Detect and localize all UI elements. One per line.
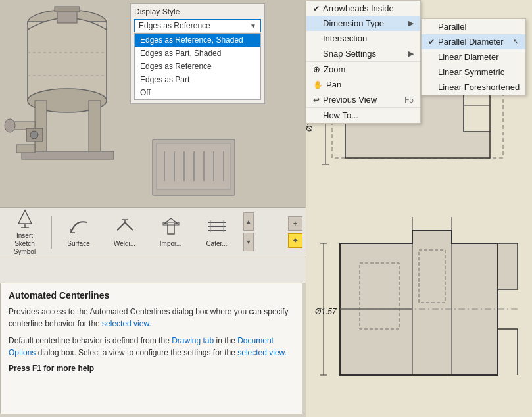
info-paragraph-1: Provides access to the Automated Centerl… bbox=[9, 306, 294, 330]
submenu-label-parallel: Parallel bbox=[438, 22, 519, 32]
menu-label-snap-settings: Snap Settings bbox=[323, 49, 408, 59]
svg-marker-46 bbox=[164, 218, 178, 234]
svg-line-42 bbox=[117, 222, 125, 230]
zoom-icon: ⊕ bbox=[313, 64, 320, 74]
svg-text:Ø1.57: Ø1.57 bbox=[314, 307, 337, 316]
menu-label-how-to: How To... bbox=[323, 110, 414, 120]
dimension-type-submenu: ✔ Parallel ✔ Parallel Diameter ↖ ✔ Linea… bbox=[421, 18, 526, 95]
display-style-label: Display Style bbox=[134, 7, 261, 16]
toolbar-area: InsertSketch Symbol Surface bbox=[0, 207, 306, 283]
menu-item-how-to[interactable]: ✔ How To... bbox=[306, 107, 420, 123]
submenu-item-linear-symmetric[interactable]: ✔ Linear Symmetric bbox=[422, 64, 525, 80]
tech-drawing-bottom-svg: Ø1.57 bbox=[307, 210, 531, 414]
insert-sketch-icon bbox=[14, 209, 36, 230]
toolbar-scroll-controls: ▲ ▼ bbox=[243, 212, 254, 252]
submenu-item-linear-foreshortened[interactable]: ✔ Linear Foreshortened bbox=[422, 80, 525, 95]
menu-label-intersection: Intersection bbox=[323, 34, 414, 43]
scroll-up-button[interactable]: ▲ bbox=[243, 212, 254, 231]
cater-button[interactable]: Cater... bbox=[195, 212, 238, 252]
submenu-label-linear-diameter: Linear Diameter bbox=[438, 52, 519, 62]
info-paragraph-2: Default centerline behavior is defined f… bbox=[9, 335, 294, 358]
svg-rect-4 bbox=[55, 7, 80, 12]
menu-item-snap-settings[interactable]: ✔ Snap Settings ▶ bbox=[306, 46, 420, 61]
surface-label: Surface bbox=[67, 240, 89, 247]
display-style-dropdown[interactable]: Edges as Reference ▼ bbox=[134, 19, 261, 32]
primary-context-menu: ✔ Arrowheads Inside ✔ Dimension Type ▶ ✔… bbox=[306, 0, 421, 124]
tech-drawing-bottom: Ø1.57 bbox=[306, 207, 532, 417]
dropdown-item-4[interactable]: Off bbox=[135, 86, 260, 99]
menu-label-zoom: Zoom bbox=[324, 64, 414, 74]
menu-label-previous-view: Previous View bbox=[323, 95, 391, 105]
svg-rect-12 bbox=[16, 145, 35, 153]
menu-item-dimension-type[interactable]: ✔ Dimension Type ▶ bbox=[306, 16, 420, 31]
scroll-down-button[interactable]: ▼ bbox=[243, 233, 254, 251]
menu-label-arrowheads: Arrowheads Inside bbox=[323, 3, 414, 13]
svg-marker-37 bbox=[18, 210, 32, 224]
magic-button[interactable]: ✦ bbox=[288, 233, 302, 248]
previous-view-shortcut: F5 bbox=[404, 95, 414, 105]
surface-button[interactable]: Surface bbox=[57, 212, 100, 252]
svg-rect-7 bbox=[22, 151, 114, 159]
menu-label-dimension-type: Dimension Type bbox=[323, 18, 408, 28]
welding-icon bbox=[114, 217, 135, 238]
menu-item-arrowheads[interactable]: ✔ Arrowheads Inside bbox=[306, 1, 420, 16]
menu-overlay: ✔ Arrowheads Inside ✔ Dimension Type ▶ ✔… bbox=[306, 0, 532, 145]
svg-point-9 bbox=[5, 119, 15, 132]
insert-sketch-label: InsertSketch Symbol bbox=[3, 232, 46, 256]
submenu-item-parallel-diameter[interactable]: ✔ Parallel Diameter ↖ bbox=[422, 34, 525, 49]
cater-label: Cater... bbox=[206, 240, 227, 247]
import-button[interactable]: Impor... bbox=[149, 212, 192, 252]
menu-item-previous-view[interactable]: ↩ Previous View F5 bbox=[306, 92, 420, 107]
toolbar-right-buttons: + ✦ bbox=[288, 216, 302, 248]
welding-label: Weldi... bbox=[114, 240, 135, 247]
menu-item-pan[interactable]: ✋ Pan bbox=[306, 77, 420, 92]
svg-rect-5 bbox=[35, 101, 47, 153]
check-icon-parallel-diameter: ✔ bbox=[428, 37, 435, 47]
prev-view-icon: ↩ bbox=[313, 95, 320, 105]
toolbar-separator-1 bbox=[51, 216, 52, 249]
surface-icon bbox=[68, 217, 89, 238]
info-panel: Automated Centerlines Provides access to… bbox=[0, 283, 302, 414]
submenu-label-linear-foreshortened: Linear Foreshortened bbox=[438, 82, 520, 92]
submenu-label-parallel-diameter: Parallel Diameter bbox=[438, 37, 513, 47]
insert-sketch-symbol-button[interactable]: InsertSketch Symbol bbox=[3, 212, 46, 252]
menu-item-zoom[interactable]: ⊕ Zoom bbox=[306, 61, 420, 77]
submenu-arrow-icon: ▶ bbox=[408, 19, 414, 28]
display-style-panel: Display Style Edges as Reference ▼ Edges… bbox=[130, 3, 265, 104]
dropdown-selected-value: Edges as Reference bbox=[139, 21, 210, 30]
dropdown-list: Edges as Reference, Shaded Edges as Part… bbox=[134, 33, 261, 100]
import-label: Impor... bbox=[160, 240, 181, 247]
dropdown-arrow-icon: ▼ bbox=[250, 22, 256, 30]
submenu-item-parallel[interactable]: ✔ Parallel bbox=[422, 19, 525, 34]
menu-label-pan: Pan bbox=[326, 80, 414, 89]
submenu-item-linear-diameter[interactable]: ✔ Linear Diameter bbox=[422, 49, 525, 64]
toolbar-row: InsertSketch Symbol Surface bbox=[0, 208, 306, 257]
submenu-label-linear-symmetric: Linear Symmetric bbox=[438, 67, 519, 77]
left-cad-panel: Display Style Edges as Reference ▼ Edges… bbox=[0, 0, 306, 207]
cater-icon bbox=[206, 217, 228, 238]
dropdown-item-2[interactable]: Edges as Reference bbox=[135, 60, 260, 73]
svg-point-11 bbox=[30, 131, 38, 139]
welding-button[interactable]: Weldi... bbox=[103, 212, 146, 252]
svg-rect-6 bbox=[89, 101, 101, 153]
info-footer: Press F1 for more help bbox=[9, 364, 294, 373]
add-button[interactable]: + bbox=[288, 216, 302, 231]
pan-icon: ✋ bbox=[313, 80, 323, 89]
import-icon bbox=[160, 217, 181, 238]
menu-item-intersection[interactable]: ✔ Intersection bbox=[306, 31, 420, 46]
dropdown-item-0[interactable]: Edges as Reference, Shaded bbox=[135, 34, 260, 47]
svg-line-43 bbox=[125, 222, 133, 230]
snap-submenu-arrow-icon: ▶ bbox=[408, 49, 414, 58]
info-title: Automated Centerlines bbox=[9, 290, 294, 301]
machine-illustration bbox=[3, 3, 132, 201]
cabinet-illustration bbox=[151, 138, 237, 197]
check-icon-arrowheads: ✔ bbox=[313, 4, 320, 13]
dropdown-item-1[interactable]: Edges as Part, Shaded bbox=[135, 47, 260, 60]
cursor-indicator: ↖ bbox=[513, 37, 519, 46]
dropdown-item-3[interactable]: Edges as Part bbox=[135, 73, 260, 86]
